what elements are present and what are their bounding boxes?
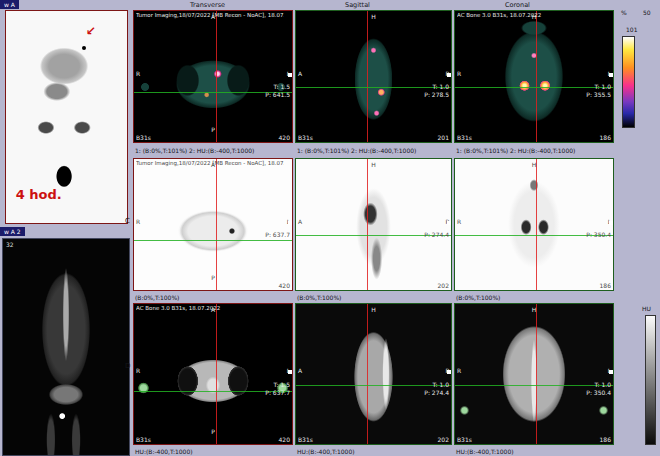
slice-number: 420 (279, 134, 290, 142)
slice-number: 420 (279, 282, 290, 290)
window-caption: (B:0%,T:100%) (297, 294, 341, 301)
window-caption: 1: (B:0%,T:101%) 2: HU:(B:-400,T:1000) (456, 147, 575, 154)
pet-colorbar[interactable] (622, 36, 635, 128)
crosshair-vertical-line[interactable] (536, 304, 537, 444)
ct-transverse-panel[interactable]: AC Bone 3.0 B31s, 18.07.2022 A R L P T: … (133, 303, 293, 445)
window-caption: HU:(B:-400,T:1000) (297, 448, 355, 455)
fused-transverse-panel[interactable]: Tumor Imaging,18/07/2022 [MB Recon - NoA… (133, 10, 293, 143)
pet-sagittal-image (296, 159, 451, 290)
orientation-head-label: H (532, 306, 537, 314)
orientation-right-label: R (457, 70, 461, 78)
frame-number: 32 (6, 241, 14, 248)
percent-scale-label: % (621, 9, 627, 16)
slice-coordinates: P: 274.4 (424, 231, 449, 239)
ct-coronal-image (455, 304, 613, 444)
fused-coronal-image (455, 11, 613, 142)
orientation-right-label: R (457, 367, 461, 375)
panel-tab-a[interactable]: w A (0, 0, 19, 9)
slice-number: 420 (279, 436, 290, 444)
annotation-arrow-icon: ↙ (86, 24, 96, 38)
slice-number: 202 (438, 436, 449, 444)
crosshair-vertical-line[interactable] (216, 11, 217, 142)
orientation-posterior-label: P (211, 274, 215, 282)
crosshair-vertical-line[interactable] (367, 159, 368, 290)
scroll-handle[interactable] (288, 370, 292, 374)
orientation-right-label: R (136, 367, 140, 375)
pet-sagittal-panel[interactable]: H A P P: 274.4 202 (295, 158, 452, 291)
scroll-handle[interactable] (447, 221, 451, 225)
slice-number: 186 (600, 282, 611, 290)
crosshair-vertical-line[interactable] (536, 11, 537, 142)
nuclear-medicine-workstation: Transverse Sagittal Coronal w A ↙ 4 hod.… (0, 0, 660, 456)
slice-coordinates: T: 1.0P: 350.4 (586, 381, 611, 396)
orientation-anterior-label: A (211, 306, 215, 314)
ct-sagittal-panel[interactable]: H A P T: 1.0P: 274.4 B31s 202 (295, 303, 452, 445)
scale-upper-value: 50 (643, 9, 651, 16)
orientation-anterior-label: A (211, 13, 215, 21)
slice-coordinates: T: 1.5P: 641.5 (265, 83, 290, 98)
pet-transverse-image (134, 159, 292, 290)
slice-coordinates: T: 1.0P: 278.5 (424, 83, 449, 98)
column-header-coronal: Coronal (505, 1, 530, 9)
crosshair-vertical-line[interactable] (216, 304, 217, 444)
fused-sagittal-image (296, 11, 451, 142)
slice-coordinates: T: 1.0P: 274.4 (424, 381, 449, 396)
window-caption: HU:(B:-400,T:1000) (456, 448, 514, 455)
ct-coronal-panel[interactable]: H R L T: 1.0P: 350.4 B31s 186 (454, 303, 614, 445)
time-annotation: 4 hod. (16, 187, 62, 202)
slice-coordinates: P: 350.4 (586, 231, 611, 239)
orientation-head-label: H (371, 306, 376, 314)
column-header-transverse: Transverse (190, 1, 225, 9)
slice-coordinates: T: 1.0P: 355.5 (586, 83, 611, 98)
kernel-label: B31s (136, 436, 151, 444)
fused-transverse-image (134, 11, 292, 142)
skeletal-scintigraphy-panel[interactable]: 32 (2, 238, 130, 456)
orientation-right-label: R (136, 70, 140, 78)
orientation-posterior-label: P (211, 126, 215, 134)
ct-sagittal-image (296, 304, 451, 444)
scroll-handle[interactable] (288, 221, 292, 225)
orientation-right-label: R (136, 218, 140, 226)
scroll-handle[interactable] (609, 221, 613, 225)
slice-coordinates: T: 1.5P: 637.7 (265, 381, 290, 396)
segment-letter-c: C (125, 217, 130, 225)
scroll-handle[interactable] (288, 73, 292, 77)
orientation-anterior-label: A (298, 367, 302, 375)
window-caption: (B:0%,T:100%) (456, 294, 500, 301)
planar-scintigraphy-panel[interactable]: ↙ 4 hod. (5, 10, 128, 224)
crosshair-vertical-line[interactable] (216, 159, 217, 290)
pet-transverse-panel[interactable]: Tumor Imaging,18/07/2022 [MB Recon - NoA… (133, 158, 293, 291)
column-header-sagittal: Sagittal (345, 1, 370, 9)
orientation-anterior-label: A (211, 161, 215, 169)
orientation-head-label: H (532, 161, 537, 169)
ct-transverse-image (134, 304, 292, 444)
kernel-label: B31s (298, 134, 313, 142)
kernel-label: B31s (136, 134, 151, 142)
window-caption: 1: (B:0%,T:101%) 2: HU:(B:-400,T:1000) (297, 147, 416, 154)
pet-coronal-panel[interactable]: H R L P: 350.4 186 (454, 158, 614, 291)
fused-sagittal-panel[interactable]: H A P T: 1.0P: 278.5 B31s 201 (295, 10, 452, 143)
crosshair-horizontal-line[interactable] (134, 240, 292, 241)
slice-number: 186 (600, 436, 611, 444)
crosshair-vertical-line[interactable] (536, 159, 537, 290)
panel-tab-a2[interactable]: w A 2 (0, 227, 25, 236)
scroll-handle[interactable] (609, 73, 613, 77)
slice-coordinates: P: 637.7 (265, 231, 290, 239)
fused-coronal-panel[interactable]: AC Bone 3.0 B31s, 18.07.2022 H R L T: 1.… (454, 10, 614, 143)
kernel-label: B31s (457, 134, 472, 142)
kernel-label: B31s (457, 436, 472, 444)
window-caption: (B:0%,T:100%) (135, 294, 179, 301)
scroll-handle[interactable] (609, 370, 613, 374)
scroll-handle[interactable] (447, 73, 451, 77)
ct-hu-colorbar[interactable] (645, 315, 656, 445)
scroll-handle[interactable] (447, 370, 451, 374)
window-caption: 1: (B:0%,T:101%) 2: HU:(B:-400,T:1000) (135, 147, 254, 154)
crosshair-vertical-line[interactable] (367, 304, 368, 444)
orientation-right-label: R (457, 218, 461, 226)
orientation-head-label: H (371, 161, 376, 169)
orientation-anterior-label: A (298, 218, 302, 226)
crosshair-vertical-line[interactable] (367, 11, 368, 142)
kernel-label: B31s (298, 436, 313, 444)
pet-coronal-image (455, 159, 613, 290)
scale-max-value: 101 (626, 26, 637, 33)
